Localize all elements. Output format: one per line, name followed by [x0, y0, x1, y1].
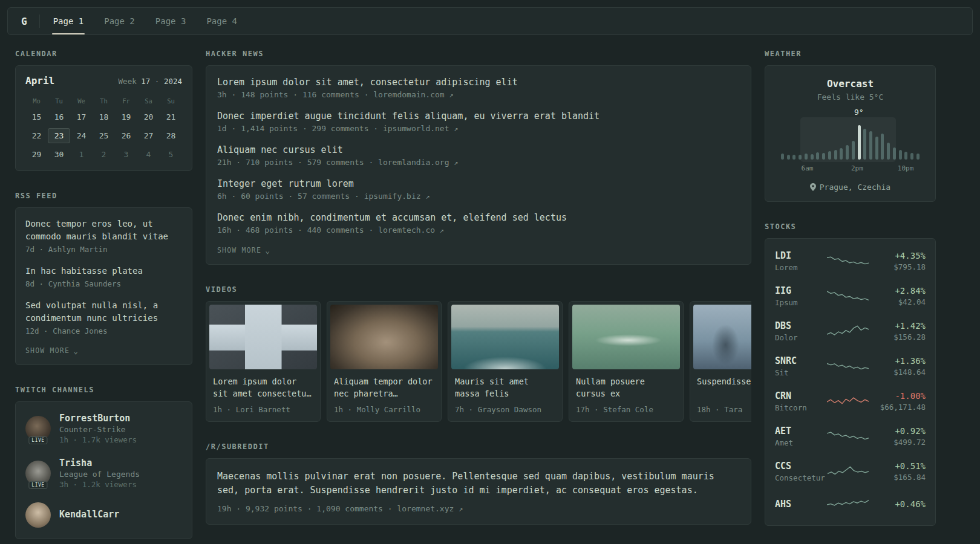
video-card[interactable]: Lorem ipsum dolor sit amet consectetu… 1…: [206, 301, 321, 422]
rss-item-meta: 7d · Ashlyn Martin: [25, 245, 182, 254]
hn-item-title[interactable]: Donec imperdiet augue tincidunt felis al…: [217, 111, 740, 121]
rss-item: Donec tempor eros leo, ut commodo mauris…: [25, 218, 182, 254]
hn-item-meta: 1d · 1,414 points · 299 comments · ipsum…: [217, 124, 740, 133]
hackernews-show-more-button[interactable]: SHOW MORE⌄: [217, 246, 270, 254]
video-thumbnail[interactable]: [451, 305, 559, 369]
stock-row[interactable]: DBS Dolor +1.42% $156.28: [775, 314, 926, 349]
rss-item-title[interactable]: Sed volutpat nulla nisl, a condimentum n…: [25, 299, 182, 325]
hn-item-title[interactable]: Integer eget rutrum lorem: [217, 178, 740, 189]
reddit-post-meta-text: 19h · 9,932 points · 1,090 comments ·: [217, 504, 397, 513]
twitch-avatar: [25, 502, 51, 528]
stock-price: $499.72: [874, 438, 926, 447]
calendar-week-label: Week: [119, 77, 137, 86]
weather-time-label: 10pm: [898, 164, 914, 172]
stock-row[interactable]: LDI Lorem +4.35% $795.18: [775, 244, 926, 279]
video-card[interactable]: Nullam posuere cursus ex 17h · Stefan Co…: [569, 301, 684, 422]
logo-divider: [39, 15, 40, 28]
stock-symbol: CRN: [775, 390, 822, 401]
reddit-post-domain[interactable]: loremnet.xyz: [397, 504, 454, 513]
stock-name: Sit: [775, 368, 822, 377]
calendar-separator: ·: [155, 77, 160, 86]
weather-feels-like: Feels like 5°C: [775, 92, 926, 102]
video-thumbnail[interactable]: [693, 305, 751, 369]
hn-item-domain[interactable]: ipsumify.biz: [364, 192, 421, 201]
twitch-card: LIVE ForrestBurton Counter-Strike 1h · 1…: [15, 401, 192, 539]
reddit-post-title[interactable]: Maecenas mollis pulvinar erat non posuer…: [217, 470, 740, 498]
video-meta: 7h · Grayson Dawson: [448, 400, 562, 421]
hackernews-item: Donec imperdiet augue tincidunt felis al…: [217, 111, 740, 133]
video-title[interactable]: Suspendisse diam: [690, 372, 751, 400]
video-card[interactable]: Mauris sit amet massa felis 7h · Grayson…: [448, 301, 563, 422]
calendar-weekday-label: Tu: [48, 97, 70, 105]
stock-change: +1.36%: [874, 356, 926, 366]
page-tab[interactable]: Page 4: [205, 8, 238, 34]
stock-left-block: CRN Bitcorn: [775, 390, 822, 412]
weather-card: Overcast Feels like 5°C 9° 6am2pm10pm Pr…: [765, 65, 936, 202]
weather-hour-bar: [916, 154, 920, 160]
stock-row[interactable]: CCS Consectetur +0.51% $165.84: [775, 454, 926, 489]
calendar-date-cell: 1: [70, 147, 93, 162]
calendar-weekday-label: Sa: [137, 97, 160, 105]
video-meta: 1h · Molly Carrillo: [327, 400, 441, 421]
twitch-channel-game: League of Legends: [59, 470, 140, 479]
stock-left-block: CCS Consectetur: [775, 461, 823, 482]
page-tab[interactable]: Page 3: [154, 8, 188, 34]
video-title[interactable]: Nullam posuere cursus ex: [569, 372, 683, 400]
video-thumbnail[interactable]: [209, 305, 317, 369]
calendar-weekday-label: Su: [160, 97, 182, 105]
stock-row[interactable]: SNRC Sit +1.36% $148.64: [775, 349, 926, 384]
rss-item-title[interactable]: Donec tempor eros leo, ut commodo mauris…: [25, 218, 182, 243]
twitch-channel-name[interactable]: Trisha: [59, 458, 140, 468]
weather-hour-bar: [792, 155, 795, 160]
stock-row[interactable]: IIG Ipsum +2.84% $42.04: [775, 279, 926, 314]
hn-item-title[interactable]: Donec enim nibh, condimentum et accumsan…: [217, 212, 740, 223]
rss-item-title[interactable]: In hac habitasse platea: [25, 265, 182, 277]
hackernews-item: Lorem ipsum dolor sit amet, consectetur …: [217, 77, 740, 99]
video-thumbnail[interactable]: [330, 305, 438, 369]
page-tab[interactable]: Page 1: [52, 8, 85, 34]
chevron-down-icon: ⌄: [73, 347, 79, 355]
video-meta: 18h · Tara: [690, 400, 751, 421]
twitch-channel-row[interactable]: LIVE Trisha League of Legends 3h · 1.2k …: [25, 458, 182, 489]
calendar-date-cell: 29: [25, 147, 48, 162]
page-tab[interactable]: Page 2: [103, 8, 136, 34]
hn-item-domain[interactable]: ipsumworld.net: [383, 124, 449, 133]
rss-item-meta: 12d · Chance Jones: [25, 326, 182, 335]
video-title[interactable]: Lorem ipsum dolor sit amet consectetu…: [206, 372, 320, 400]
weather-time-label: 2pm: [851, 164, 863, 172]
calendar-date-cell: 17: [70, 109, 93, 125]
twitch-channel-name[interactable]: KendallCarr: [59, 509, 119, 520]
twitch-channel-name[interactable]: ForrestBurton: [59, 413, 137, 424]
calendar-date-grid: 1516171819202122232425262728293012345: [25, 109, 182, 162]
hn-item-meta-text: 21h · 710 points · 579 comments ·: [217, 158, 378, 167]
twitch-channel-row[interactable]: LIVE ForrestBurton Counter-Strike 1h · 1…: [25, 413, 182, 444]
stock-row[interactable]: AET Amet +0.92% $499.72: [775, 419, 926, 454]
hn-item-domain[interactable]: loremtech.co: [378, 225, 435, 235]
weather-condition: Overcast: [775, 78, 926, 89]
hn-item-title[interactable]: Lorem ipsum dolor sit amet, consectetur …: [217, 77, 740, 88]
video-card[interactable]: Suspendisse diam 18h · Tara: [690, 301, 751, 422]
video-thumbnail[interactable]: [572, 305, 680, 369]
stock-left-block: IIG Ipsum: [775, 285, 822, 307]
twitch-channel-row[interactable]: KendallCarr: [25, 502, 182, 528]
rss-show-more-button[interactable]: SHOW MORE⌄: [25, 346, 79, 355]
stock-row[interactable]: AHS +0.46%: [775, 489, 926, 520]
hn-item-domain[interactable]: loremdomain.com: [373, 90, 444, 99]
rss-card: Donec tempor eros leo, ut commodo mauris…: [15, 207, 192, 365]
stock-price: $42.04: [874, 297, 926, 306]
video-title[interactable]: Mauris sit amet massa felis: [448, 372, 562, 400]
weather-time-label: 6am: [802, 164, 814, 172]
rss-show-more-label: SHOW MORE: [25, 346, 70, 355]
hn-item-title[interactable]: Aliquam nec cursus elit: [217, 144, 740, 155]
app-logo[interactable]: G: [21, 16, 27, 27]
video-card[interactable]: Aliquam tempor dolor nec pharetra… 1h · …: [327, 301, 442, 422]
calendar-date-cell: 24: [70, 128, 93, 143]
weather-widget: WEATHER Overcast Feels like 5°C 9° 6am2p…: [765, 50, 936, 202]
stock-row[interactable]: CRN Bitcorn -1.00% $66,171.48: [775, 384, 926, 419]
twitch-section-title: TWITCH CHANNELS: [15, 386, 192, 394]
calendar-month: April: [25, 75, 54, 86]
video-title[interactable]: Aliquam tempor dolor nec pharetra…: [327, 372, 441, 400]
hn-item-domain[interactable]: loremlandia.org: [378, 158, 449, 167]
weather-hour-bar: [904, 152, 907, 160]
twitch-widget: TWITCH CHANNELS LIVE ForrestBurton Count…: [15, 386, 192, 539]
